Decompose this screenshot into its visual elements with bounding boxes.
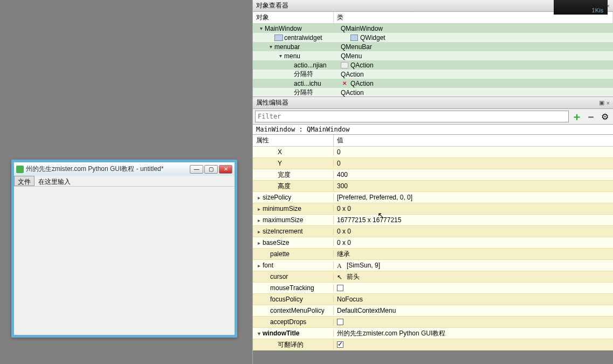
- property-value[interactable]: 0 x 0: [334, 205, 613, 212]
- property-name: 可翻译的: [278, 340, 304, 349]
- property-row[interactable]: contextMenuPolicyDefaultContextMenu: [253, 305, 613, 317]
- checkbox[interactable]: [337, 341, 343, 348]
- property-value[interactable]: [334, 341, 613, 348]
- dock-restore-icon[interactable]: ▣: [599, 99, 604, 106]
- property-value[interactable]: 400: [334, 171, 613, 178]
- tree-row[interactable]: ▾menubarQMenuBar: [253, 42, 613, 51]
- expand-arrow-icon[interactable]: ▾: [267, 44, 274, 50]
- object-name: actio...njian: [294, 61, 338, 69]
- checkbox[interactable]: [337, 285, 343, 291]
- property-row[interactable]: ▸minimumSize0 x 0: [253, 203, 613, 215]
- tree-row[interactable]: ▾menuQMenu: [253, 51, 613, 60]
- tree-row[interactable]: 分隔符QAction: [253, 70, 613, 79]
- property-row[interactable]: palette继承: [253, 249, 613, 260]
- property-value[interactable]: 继承: [334, 250, 613, 259]
- remove-property-button[interactable]: －: [585, 111, 597, 122]
- tree-row[interactable]: 分隔符QAction: [253, 88, 613, 97]
- expand-arrow-icon[interactable]: ▾: [257, 25, 265, 31]
- property-row[interactable]: ▸sizeIncrement0 x 0: [253, 226, 613, 237]
- filter-toolbar: ＋ － ⚙: [253, 109, 613, 125]
- object-tree[interactable]: ▾MainWindowQMainWindowcentralwidgetQWidg…: [253, 24, 613, 97]
- property-value[interactable]: 16777215 x 16777215: [334, 216, 613, 224]
- add-property-button[interactable]: ＋: [571, 111, 583, 122]
- object-class: QMainWindow: [338, 25, 613, 32]
- property-value[interactable]: DefaultContextMenu: [334, 307, 613, 314]
- property-value[interactable]: [Preferred, Preferred, 0, 0]: [334, 194, 613, 201]
- property-name: focusPolicy: [270, 296, 303, 303]
- property-value[interactable]: 300: [334, 182, 613, 190]
- expand-arrow-icon[interactable]: ▸: [255, 195, 263, 201]
- maximize-button[interactable]: ▢: [204, 165, 218, 174]
- property-row[interactable]: mouseTracking: [253, 283, 613, 294]
- preview-menubar[interactable]: 文件 在这里输入: [14, 176, 235, 187]
- design-canvas[interactable]: 州的先生zmister.com Python GUI教程 - untitled*…: [0, 0, 252, 364]
- expand-arrow-icon[interactable]: ▸: [255, 217, 263, 223]
- object-name: acti...ichu: [294, 80, 338, 87]
- property-value[interactable]: 州的先生zmister.com Python GUI教程: [334, 329, 613, 338]
- preview-titlebar[interactable]: 州的先生zmister.com Python GUI教程 - untitled*…: [14, 162, 235, 176]
- property-value[interactable]: [334, 285, 613, 291]
- expand-arrow-icon[interactable]: ▸: [255, 229, 263, 235]
- expand-arrow-icon[interactable]: ▸: [255, 240, 263, 246]
- property-value[interactable]: NoFocus: [334, 296, 613, 303]
- property-name: contextMenuPolicy: [270, 307, 325, 314]
- window-title: 州的先生zmister.com Python GUI教程 - untitled*: [26, 164, 189, 174]
- property-row[interactable]: 可翻译的: [253, 339, 613, 351]
- expand-arrow-icon[interactable]: ▾: [277, 53, 284, 59]
- action-icon: [341, 62, 348, 68]
- property-name: palette: [270, 250, 290, 258]
- property-value[interactable]: 0: [334, 160, 613, 167]
- property-name: minimumSize: [263, 205, 301, 212]
- x-icon: ✕: [341, 80, 348, 87]
- property-value[interactable]: 0 x 0: [334, 239, 613, 246]
- property-row[interactable]: ▸fontA[SimSun, 9]: [253, 260, 613, 271]
- tree-row[interactable]: centralwidgetQWidget: [253, 33, 613, 42]
- object-name: menu: [284, 52, 338, 60]
- property-editor-header[interactable]: 属性编辑器 ▣ ×: [253, 97, 613, 109]
- object-name: 分隔符: [294, 70, 338, 79]
- property-value[interactable]: A[SimSun, 9]: [334, 262, 613, 269]
- expand-arrow-icon[interactable]: ▸: [255, 206, 263, 212]
- property-row[interactable]: X0: [253, 147, 613, 158]
- object-class: QMenuBar: [338, 43, 613, 51]
- property-name: sizePolicy: [263, 194, 291, 201]
- property-row[interactable]: ▾windowTitle州的先生zmister.com Python GUI教程: [253, 328, 613, 339]
- checkbox[interactable]: [337, 319, 343, 325]
- expand-arrow-icon[interactable]: ▸: [255, 263, 263, 269]
- property-row[interactable]: acceptDrops: [253, 317, 613, 328]
- object-class: QMenu: [338, 52, 613, 60]
- property-value[interactable]: [334, 319, 613, 325]
- property-value[interactable]: 0: [334, 148, 613, 156]
- property-row[interactable]: 宽度400: [253, 169, 613, 181]
- settings-button[interactable]: ⚙: [599, 111, 611, 122]
- tree-row[interactable]: ▾MainWindowQMainWindow: [253, 24, 613, 33]
- property-row[interactable]: 高度300: [253, 181, 613, 192]
- property-row[interactable]: ▸baseSize0 x 0: [253, 237, 613, 249]
- menu-type-here[interactable]: 在这里输入: [35, 176, 74, 186]
- property-row[interactable]: cursor↖箭头: [253, 271, 613, 283]
- menu-file[interactable]: 文件: [14, 176, 35, 186]
- dock-close-icon[interactable]: ×: [607, 100, 610, 106]
- object-class: QAction: [338, 61, 613, 69]
- close-button[interactable]: ✕: [219, 165, 232, 174]
- property-name: maximumSize: [263, 216, 303, 224]
- expand-arrow-icon[interactable]: ▾: [255, 331, 263, 336]
- preview-body[interactable]: [14, 187, 235, 335]
- property-row[interactable]: ▸sizePolicy[Preferred, Preferred, 0, 0]: [253, 192, 613, 203]
- property-value[interactable]: 0 x 0: [334, 228, 613, 235]
- tree-row[interactable]: acti...ichu✕QAction: [253, 79, 613, 88]
- filter-input[interactable]: [255, 111, 569, 122]
- property-name: windowTitle: [263, 329, 299, 337]
- object-name: menubar: [274, 43, 338, 51]
- property-name: X: [278, 148, 282, 156]
- property-value[interactable]: ↖箭头: [334, 272, 613, 281]
- property-table[interactable]: X0Y0宽度400高度300▸sizePolicy[Preferred, Pre…: [253, 147, 613, 364]
- tree-row[interactable]: actio...njianQAction: [253, 60, 613, 70]
- property-row[interactable]: Y0: [253, 158, 613, 169]
- preview-window[interactable]: 州的先生zmister.com Python GUI教程 - untitled*…: [11, 160, 237, 338]
- minimize-button[interactable]: —: [190, 165, 203, 174]
- property-row[interactable]: ▸maximumSize16777215 x 16777215: [253, 215, 613, 226]
- object-class: ✕QAction: [338, 80, 613, 87]
- property-row[interactable]: focusPolicyNoFocus: [253, 294, 613, 305]
- object-class: QAction: [338, 89, 613, 97]
